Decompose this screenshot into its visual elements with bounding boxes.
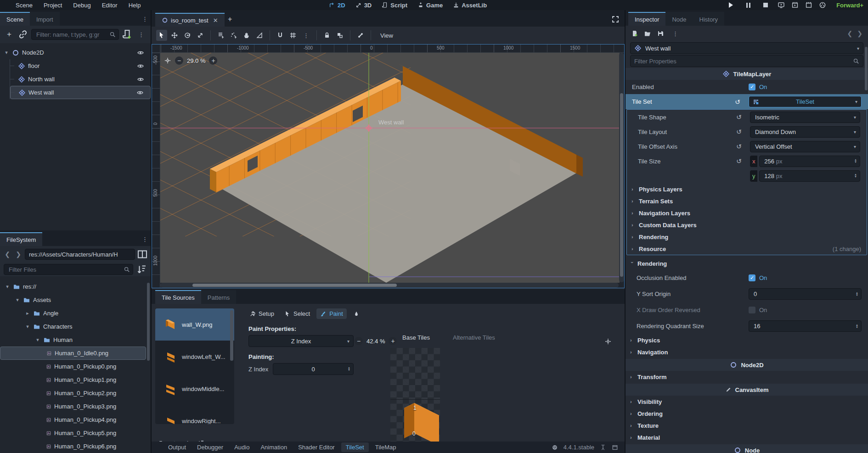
list-select-tool[interactable]: [215, 30, 226, 41]
tree-node-west-wall[interactable]: West wall: [10, 86, 151, 99]
tab-node[interactable]: Node: [665, 12, 693, 26]
visibility-icon[interactable]: [136, 89, 144, 96]
version-label[interactable]: 4.4.1.stable: [564, 444, 594, 451]
revert-icon[interactable]: ↺: [735, 98, 740, 106]
tree-node-node2d[interactable]: ▾ Node2D: [0, 46, 151, 59]
source-window-left[interactable]: windowLeft_W...: [155, 341, 234, 373]
viewport-vscrollbar[interactable]: [619, 53, 624, 282]
close-tab-icon[interactable]: ✕: [213, 17, 218, 24]
atlas-zoom-level[interactable]: 42.4 %: [366, 338, 385, 345]
workspace-game[interactable]: Game: [415, 1, 445, 9]
spin-arrows-icon[interactable]: ▲▼: [856, 292, 858, 296]
spin-arrows-icon[interactable]: ▲▼: [854, 159, 857, 163]
source-window-right[interactable]: windowRight...: [155, 405, 234, 424]
tile-size-y-spinbox[interactable]: 128 px▲▼: [759, 170, 860, 182]
group-ordering[interactable]: ›Ordering: [626, 408, 868, 419]
section-tilemaplayer[interactable]: TileMapLayer: [626, 68, 868, 80]
2d-viewport[interactable]: -1500 -1000 -500 0 500 1000 1500 -500 0 …: [152, 44, 625, 288]
file-human-idle0[interactable]: Human_0_Idle0.png: [0, 347, 146, 360]
new-resource-icon[interactable]: [631, 30, 638, 37]
add-node-button[interactable]: +: [4, 29, 15, 40]
zoom-out-button[interactable]: −: [175, 56, 183, 65]
section-canvasitem[interactable]: CanvasItem: [626, 384, 868, 396]
inspector-filter[interactable]: Filter Properties: [630, 55, 863, 67]
group-navigation[interactable]: ›Navigation: [626, 346, 868, 358]
workspace-3d[interactable]: 3D: [353, 1, 375, 9]
atlas-zoom-in-button[interactable]: +: [389, 337, 397, 345]
tile-shape-dropdown[interactable]: Isometric▾: [750, 112, 860, 123]
source-wall-w[interactable]: wall_W.png: [155, 308, 234, 341]
sort-files-icon[interactable]: [136, 264, 147, 275]
toggle-split-mode-icon[interactable]: [137, 249, 148, 260]
ruler-tool[interactable]: [254, 30, 265, 41]
menu-project[interactable]: Project: [39, 1, 67, 10]
rotate-tool[interactable]: [182, 30, 193, 41]
tab-tile-sources[interactable]: Tile Sources: [155, 290, 201, 304]
panel-animation[interactable]: Animation: [256, 442, 292, 452]
group-rendering[interactable]: ›Rendering: [626, 257, 868, 270]
visibility-icon[interactable]: [137, 76, 144, 83]
file-human-pickup3[interactable]: Human_0_Pickup3.png: [0, 400, 151, 413]
group-custom-data-layers[interactable]: ›Custom Data Layers: [627, 219, 867, 231]
base-tiles-tab[interactable]: Base Tiles: [402, 334, 430, 341]
play-current-scene-button[interactable]: [791, 1, 799, 9]
revert-icon[interactable]: ↺: [736, 113, 742, 121]
visibility-icon[interactable]: [137, 49, 144, 56]
x-draw-order-checkbox[interactable]: ✓: [749, 307, 755, 313]
play-custom-scene-button[interactable]: [805, 1, 812, 9]
collapse-icon[interactable]: ▾: [4, 50, 9, 56]
movie-maker-icon[interactable]: [819, 1, 826, 9]
skeleton-options-icon[interactable]: [355, 30, 366, 41]
expand-bottom-panel-icon[interactable]: [612, 444, 618, 451]
folder-angle[interactable]: ▸Angle: [0, 307, 151, 320]
menu-scene[interactable]: Scene: [11, 1, 37, 10]
occlusion-checkbox[interactable]: ✓: [749, 274, 755, 281]
tab-scene[interactable]: Scene: [0, 12, 30, 26]
revert-icon[interactable]: ↺: [736, 157, 742, 165]
group-terrain-sets[interactable]: ›Terrain Sets: [627, 195, 867, 207]
lock-selected-button[interactable]: [321, 30, 333, 41]
file-human-pickup0[interactable]: Human_0_Pickup0.png: [0, 360, 151, 373]
file-human-pickup2[interactable]: Human_0_Pickup2.png: [0, 386, 151, 400]
tile-size-x-spinbox[interactable]: 256 px▲▼: [759, 156, 860, 167]
file-human-pickup1[interactable]: Human_0_Pickup1.png: [0, 373, 151, 386]
snap-options-icon[interactable]: ⋮: [300, 32, 312, 39]
center-view-icon[interactable]: [164, 57, 171, 64]
menu-debug[interactable]: Debug: [68, 1, 95, 10]
section-node[interactable]: Node: [626, 444, 868, 453]
scene-tab-iso-room-test[interactable]: iso_room_test ✕: [155, 13, 225, 27]
panel-tileset[interactable]: TileSet: [341, 442, 369, 452]
group-physics-layers[interactable]: ›Physics Layers: [627, 183, 867, 195]
section-node2d[interactable]: Node2D: [626, 359, 868, 371]
panel-debugger[interactable]: Debugger: [192, 442, 228, 452]
attach-script-button[interactable]: [122, 29, 133, 40]
select-tool[interactable]: [156, 30, 167, 41]
folder-assets[interactable]: ▾Assets: [0, 293, 151, 307]
file-human-pickup6[interactable]: Human_0_Pickup6.png: [0, 440, 151, 453]
tileset-resource-picker[interactable]: TileSet ▾: [749, 96, 862, 107]
group-visibility[interactable]: ›Visibility: [626, 396, 868, 408]
play-scene-button[interactable]: [778, 1, 785, 9]
atlas-zoom-out-button[interactable]: −: [355, 337, 363, 345]
renderer-selector[interactable]: Forward+: [836, 2, 863, 9]
scene-filter-input[interactable]: [31, 29, 119, 40]
visibility-icon[interactable]: [137, 62, 144, 70]
spin-arrows-icon[interactable]: ▲▼: [348, 367, 350, 371]
workspace-2d[interactable]: 2D: [326, 1, 348, 9]
group-texture[interactable]: ›Texture: [626, 419, 868, 431]
current-path-field[interactable]: res://Assets/Characters/Human/H: [25, 249, 135, 260]
smart-snap-toggle[interactable]: [275, 30, 286, 41]
tile-atlas-view[interactable]: 1 0: [390, 348, 440, 447]
pause-button[interactable]: [743, 0, 754, 11]
filesystem-menu-icon[interactable]: ⋮: [139, 236, 151, 243]
source-list-scrollbar[interactable]: [230, 310, 233, 361]
file-human-pickup4[interactable]: Human_0_Pickup4.png: [0, 413, 151, 426]
expand-viewport-icon[interactable]: [612, 16, 619, 23]
pivot-tool[interactable]: [228, 30, 239, 41]
menu-help[interactable]: Help: [124, 1, 146, 10]
file-filter-input[interactable]: [4, 264, 133, 275]
load-resource-icon[interactable]: [644, 30, 651, 37]
select-mode-button[interactable]: Select: [281, 308, 314, 319]
eyedropper-icon[interactable]: [353, 311, 360, 317]
group-resource[interactable]: ›Resource(1 change): [627, 243, 867, 255]
